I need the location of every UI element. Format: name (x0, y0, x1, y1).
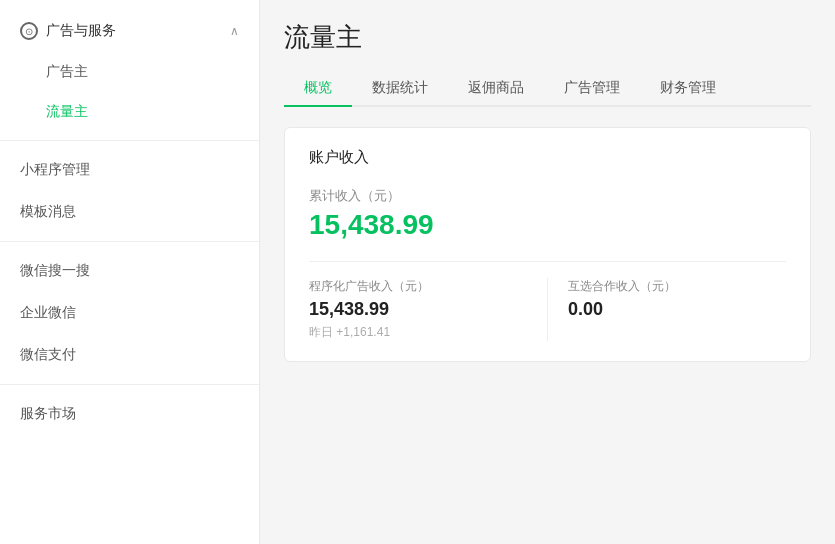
card-title: 账户收入 (309, 148, 786, 167)
programmatic-sub: 昨日 +1,161.41 (309, 324, 527, 341)
sidebar-item-weixin-search[interactable]: 微信搜一搜 (0, 250, 259, 292)
divider-2 (0, 241, 259, 242)
tab-ad-manage[interactable]: 广告管理 (544, 71, 640, 105)
sidebar-section-label: 广告与服务 (46, 22, 116, 40)
sidebar-item-advertiser[interactable]: 广告主 (0, 52, 259, 92)
sidebar-item-miniapp[interactable]: 小程序管理 (0, 149, 259, 191)
tab-data-stats[interactable]: 数据统计 (352, 71, 448, 105)
programmatic-value: 15,438.99 (309, 299, 527, 320)
programmatic-income-block: 程序化广告收入（元） 15,438.99 昨日 +1,161.41 (309, 278, 547, 341)
tab-overview[interactable]: 概览 (284, 71, 352, 105)
income-blocks-row: 程序化广告收入（元） 15,438.99 昨日 +1,161.41 互选合作收入… (309, 261, 786, 341)
cooperation-label: 互选合作收入（元） (568, 278, 786, 295)
sidebar-item-enterprise-wechat[interactable]: 企业微信 (0, 292, 259, 334)
account-income-card: 账户收入 累计收入（元） 15,438.99 程序化广告收入（元） 15,438… (284, 127, 811, 362)
sidebar-item-wechat-pay[interactable]: 微信支付 (0, 334, 259, 376)
tab-bar: 概览 数据统计 返佣商品 广告管理 财务管理 (284, 71, 811, 107)
total-income-value: 15,438.99 (309, 209, 786, 241)
tab-rebate[interactable]: 返佣商品 (448, 71, 544, 105)
cooperation-income-block: 互选合作收入（元） 0.00 (547, 278, 786, 341)
divider-3 (0, 384, 259, 385)
sidebar-item-template[interactable]: 模板消息 (0, 191, 259, 233)
programmatic-label: 程序化广告收入（元） (309, 278, 527, 295)
tab-finance[interactable]: 财务管理 (640, 71, 736, 105)
sidebar-item-service-market[interactable]: 服务市场 (0, 393, 259, 435)
sidebar: ⊙ 广告与服务 ∧ 广告主 流量主 小程序管理 模板消息 微信搜一搜 企业微信 … (0, 0, 260, 544)
main-content: 流量主 概览 数据统计 返佣商品 广告管理 财务管理 账户收入 累计收入（元） … (260, 0, 835, 544)
page-title: 流量主 (284, 20, 811, 55)
total-income-label: 累计收入（元） (309, 187, 786, 205)
chevron-up-icon: ∧ (230, 24, 239, 38)
compass-icon: ⊙ (20, 22, 38, 40)
cooperation-value: 0.00 (568, 299, 786, 320)
sidebar-section-ads[interactable]: ⊙ 广告与服务 ∧ (0, 10, 259, 52)
sidebar-item-publisher[interactable]: 流量主 (0, 92, 259, 132)
divider-1 (0, 140, 259, 141)
